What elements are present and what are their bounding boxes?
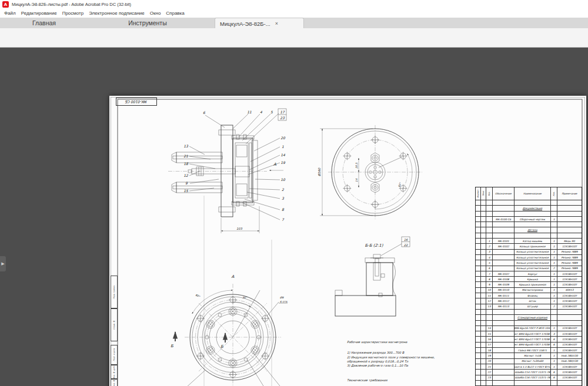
spec-cell: 12Х18Н10Т [557, 304, 582, 310]
spec-cell: Документация [514, 206, 551, 211]
spec-cell [486, 310, 493, 315]
spec-cell: 1 [551, 326, 557, 331]
spec-row: 12МК-0112Шток112Х18Н10Т [476, 298, 582, 304]
spec-cell [476, 277, 481, 282]
spec-cell [481, 315, 486, 320]
spec-cell [481, 282, 486, 287]
spec-row [476, 212, 582, 217]
margin-box: Взам. инв. № [111, 379, 118, 386]
tab-bar: Главная Инструменты МицкулА-Э8-82Б-... × [0, 18, 588, 29]
spec-cell: 12Х18Н10Т [557, 348, 582, 353]
spec-cell [557, 233, 582, 239]
spec-cell [476, 222, 481, 227]
spec-row: 6Кольцо уплотнительное2Резина 7889 [476, 266, 582, 271]
tab-close-icon[interactable]: × [275, 21, 278, 26]
spec-cell: 12Х18Н10Т [557, 298, 582, 304]
spec-cell [493, 375, 514, 381]
callout-15: 15 [183, 189, 189, 193]
spec-cell [476, 337, 481, 342]
spec-cell: 12Х18Н10Т [557, 326, 582, 331]
spec-cell [493, 359, 514, 364]
spec-cell: Кольцо уплотнительное [514, 260, 551, 266]
spec-cell: 14 [486, 326, 493, 331]
spec-cell [476, 212, 481, 217]
spec-cell: Шайба С16 ГОСТ 11371-78 [514, 375, 551, 381]
spec-row: 9МК-0109Крышка прижимная112Х18Н10Т [476, 282, 582, 287]
spec-row [476, 222, 582, 227]
spec-cell [476, 239, 481, 244]
spec-cell: 12Х18Н10Т [557, 337, 582, 342]
spec-cell [476, 255, 481, 260]
spec-row: 11МК-0111Фланец112Х18Н10Т [476, 293, 582, 298]
callout-12: 12 [183, 173, 189, 177]
menu-help[interactable]: Справка [166, 11, 184, 16]
spec-cell: Сборочный чертеж [514, 217, 551, 222]
spec-cell: Фланец [514, 293, 551, 298]
callout-3: 3 [282, 196, 285, 200]
spec-cell [476, 359, 481, 364]
spec-cell [493, 227, 514, 233]
spec-cell [481, 250, 486, 255]
spec-cell [481, 288, 486, 293]
pdf-page: 103 А 6 11 4 5 17 23 20 1 [109, 96, 586, 386]
spec-cell [481, 200, 486, 206]
spec-cell: Кольцо уплотнительное [514, 250, 551, 255]
spec-cell: МК-0110 [493, 288, 514, 293]
menu-window[interactable]: Окно [150, 11, 161, 16]
spec-cell [486, 233, 493, 239]
spec-cell [514, 200, 551, 206]
spec-cell [481, 217, 486, 222]
spec-cell [481, 227, 486, 233]
spec-cell [476, 370, 481, 375]
spec-cell [493, 331, 514, 337]
spec-cell: НмБ 280/130 [557, 359, 582, 364]
callout-9: 9 [185, 181, 188, 185]
notes-title-2: Технические требования [347, 378, 388, 382]
spec-cell [481, 359, 486, 364]
tab-home[interactable]: Главная [18, 18, 71, 28]
dim-103: 103 [236, 227, 243, 230]
spec-cell: 19 [486, 353, 493, 358]
menu-esign[interactable]: Электронное подписание [89, 11, 145, 16]
dim-6-holes: 6 отв. [280, 300, 288, 303]
spec-cell: Магнитопровод [514, 288, 551, 293]
spec-header: Формат Зона Поз. Обозначение Наименовани… [476, 187, 582, 200]
spec-cell [481, 321, 486, 326]
tab-document[interactable]: МицкулА-Э8-82Б-... × [215, 18, 304, 29]
view-a-label: А [232, 274, 235, 279]
menu-edit[interactable]: Редактирование [21, 11, 57, 16]
spec-cell [476, 227, 481, 233]
section-b-label-left: Б [171, 344, 174, 348]
spec-cell [493, 222, 514, 227]
spec-row: 17Винт ВМ4-6gх40 ГОСТ 17038-84612Х18Н10Т [476, 343, 582, 348]
spec-cell: 5 [486, 260, 493, 266]
spec-cell [476, 315, 481, 320]
callout-17: 17 [280, 110, 285, 114]
dim-8: Ø8 [280, 296, 285, 299]
spec-cell: Магнит 7х18 [514, 353, 551, 358]
main-section-view: 103 А 6 11 4 5 17 23 20 1 [168, 109, 286, 386]
spec-row: 4Кольцо уплотнительное1Резина 7889 [476, 255, 582, 260]
spec-cell [476, 266, 481, 271]
spec-cell [551, 212, 557, 217]
menu-view[interactable]: Просмотр [62, 11, 84, 16]
dim-60deg: 60° [397, 182, 402, 187]
spec-cell: 1 [551, 364, 557, 370]
tab-tools[interactable]: Инструменты [109, 18, 186, 28]
menu-file[interactable]: Файл [4, 11, 16, 16]
spec-cell [493, 343, 514, 348]
callout-23: 23 [280, 116, 285, 120]
spec-cell: 4 [486, 255, 493, 260]
spec-cell [493, 321, 514, 326]
spec-cell [493, 255, 514, 260]
spec-cell [493, 315, 514, 320]
callout-18: 18 [183, 162, 189, 166]
callout-11: 11 [247, 110, 252, 114]
spec-cell: 7 [486, 271, 493, 277]
margin-box: Перв. примен. [111, 276, 118, 308]
spec-cell: 2 [551, 266, 557, 271]
spec-cell: 23 [486, 375, 493, 381]
nav-panel-toggle-icon[interactable]: ▶ [0, 256, 6, 271]
spec-cell: 1 [551, 293, 557, 298]
rear-circular-view: Ø160 20,5 14 60° [318, 125, 422, 219]
